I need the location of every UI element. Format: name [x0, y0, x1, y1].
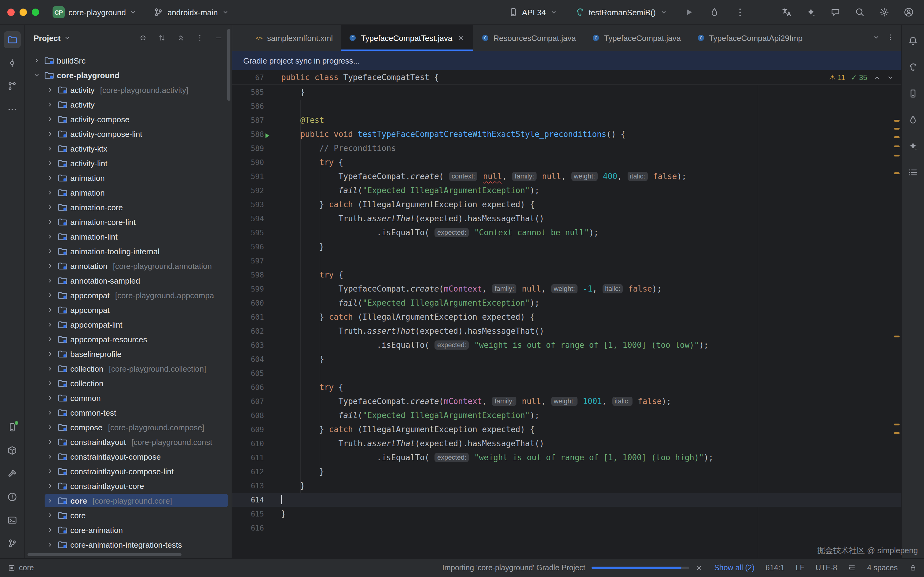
code-viewport[interactable]: 585 }586587 @Test588 public void testTyp…	[232, 85, 901, 558]
editor-tab-TypefaceCompatTest.java[interactable]: CTypefaceCompatTest.java	[341, 25, 473, 51]
editor-tab-ResourcesCompat.java[interactable]: CResourcesCompat.java	[473, 25, 584, 51]
line-number[interactable]: 594	[232, 214, 272, 223]
tool-window-button-notifications[interactable]	[905, 32, 922, 50]
project-panel-title[interactable]: Project	[34, 33, 61, 42]
line-number[interactable]: 597	[232, 256, 272, 265]
tool-window-button-structure[interactable]	[905, 164, 922, 181]
line-number[interactable]: 616	[232, 524, 272, 532]
tree-item-core[interactable]: core	[25, 508, 232, 522]
tool-window-button-version-control[interactable]	[4, 535, 21, 552]
tree-item-activity-compose-lint[interactable]: activity-compose-lint	[25, 127, 232, 141]
tree-item-animation-lint[interactable]: animation-lint	[25, 229, 232, 244]
cancel-progress-icon[interactable]	[695, 564, 703, 572]
device-selector[interactable]: API 34	[504, 5, 561, 20]
tab-options-button[interactable]	[886, 33, 894, 43]
editor-tab-TypefaceCompat.java[interactable]: CTypefaceCompat.java	[584, 25, 689, 51]
tree-item-collection[interactable]: collection	[25, 376, 232, 390]
line-number[interactable]: 613	[232, 481, 272, 490]
line-number[interactable]: 599	[232, 285, 272, 293]
tool-window-button-problems[interactable]	[4, 488, 21, 506]
line-number[interactable]: 591	[232, 172, 272, 181]
minimize-window-button[interactable]	[19, 8, 27, 16]
warning-stripe-mark[interactable]	[894, 432, 900, 434]
translate-button[interactable]	[779, 4, 794, 20]
tool-window-button-terminal[interactable]	[4, 512, 21, 529]
warning-stripe-mark[interactable]	[894, 172, 900, 174]
line-number[interactable]: 608	[232, 411, 272, 420]
tree-horizontal-scrollbar[interactable]	[27, 553, 182, 556]
warning-stripe-mark[interactable]	[894, 120, 900, 122]
tree-item-baselineprofile[interactable]: baselineprofile	[25, 347, 232, 361]
warning-stripe-mark[interactable]	[894, 155, 900, 156]
tree-item-constraintlayout-core[interactable]: constraintlayout-core	[25, 479, 232, 493]
locate-button[interactable]	[136, 31, 150, 45]
editor-tab-samplexmlfont.xml[interactable]: </>samplexmlfont.xml	[247, 25, 341, 51]
line-number[interactable]: 586	[232, 102, 272, 110]
close-tab-button[interactable]	[457, 34, 465, 42]
line-number[interactable]: 590	[232, 158, 272, 166]
warning-stripe-mark[interactable]	[894, 136, 900, 138]
project-selector[interactable]: CP core-playground	[49, 4, 141, 21]
run-test-gutter-icon[interactable]	[263, 132, 271, 141]
hidden-tabs-button[interactable]	[872, 33, 880, 43]
tool-window-button-more[interactable]	[4, 101, 21, 118]
tree-item-common[interactable]: common	[25, 390, 232, 405]
line-number[interactable]: 606	[232, 383, 272, 392]
status-module-breadcrumb[interactable]: core	[7, 564, 34, 572]
line-separator[interactable]: LF	[796, 564, 805, 572]
caret-position[interactable]: 614:1	[765, 564, 785, 572]
line-number[interactable]: 609	[232, 425, 272, 434]
line-number[interactable]: 589	[232, 144, 272, 153]
tool-window-button-commit[interactable]	[4, 55, 21, 71]
warning-stripe-mark[interactable]	[894, 335, 900, 337]
run-configuration-selector[interactable]: testRomanSemiB()	[571, 5, 671, 20]
line-number[interactable]: 601	[232, 313, 272, 321]
warning-stripe-mark[interactable]	[894, 424, 900, 425]
swap-button[interactable]	[155, 31, 169, 45]
show-all-processes-link[interactable]: Show all (2)	[714, 564, 754, 572]
line-number[interactable]: 595	[232, 228, 272, 237]
tree-item-animation-core-lint[interactable]: animation-core-lint	[25, 214, 232, 229]
more-vertical-button[interactable]	[193, 31, 206, 45]
tree-item-activity[interactable]: activity[core-playground.activity]	[25, 82, 232, 97]
file-encoding[interactable]: UTF-8	[816, 564, 837, 572]
line-number[interactable]: 602	[232, 327, 272, 335]
line-number[interactable]: 607	[232, 397, 272, 406]
line-number[interactable]: 587	[232, 116, 272, 124]
settings-button[interactable]	[876, 4, 892, 20]
tree-item-animation-core[interactable]: animation-core	[25, 200, 232, 214]
tree-item-activity-compose[interactable]: activity-compose	[25, 112, 232, 127]
tree-item-constraintlayout-compose-lint[interactable]: constraintlayout-compose-lint	[25, 464, 232, 479]
profiler-button[interactable]	[707, 4, 722, 20]
tool-window-button-vcs-graph[interactable]	[4, 77, 21, 95]
line-number[interactable]: 610	[232, 439, 272, 448]
profile-avatar[interactable]	[902, 5, 916, 19]
warning-stripe-mark[interactable]	[894, 128, 900, 130]
tool-window-button-project[interactable]	[4, 31, 21, 48]
fullscreen-window-button[interactable]	[32, 8, 39, 16]
tree-item-collection[interactable]: collection[core-playground.collection]	[25, 361, 232, 376]
tool-window-button-resource-manager[interactable]	[4, 442, 21, 459]
tree-item-common-test[interactable]: common-test	[25, 405, 232, 420]
lock-icon[interactable]	[909, 564, 917, 572]
tree-item-activity-ktx[interactable]: activity-ktx	[25, 141, 232, 156]
line-number[interactable]: 588	[232, 130, 272, 139]
tree-item-constraintlayout-compose[interactable]: constraintlayout-compose	[25, 449, 232, 464]
tool-window-button-ai-assistant[interactable]	[905, 137, 922, 155]
ai-assistant-button[interactable]	[803, 4, 819, 20]
inspections-widget[interactable]: ⚠ 11✓ 35	[829, 73, 901, 82]
branch-selector[interactable]: androidx-main	[150, 5, 233, 20]
line-number[interactable]: 585	[232, 88, 272, 96]
tree-item-core[interactable]: core[core-playground.core]	[25, 493, 232, 508]
tool-window-button-profiler[interactable]	[905, 111, 922, 128]
tree-item-animation[interactable]: animation	[25, 171, 232, 185]
tree-item-compose[interactable]: compose[core-playground.compose]	[25, 420, 232, 435]
line-number[interactable]: 596	[232, 242, 272, 251]
line-number[interactable]: 611	[232, 453, 272, 462]
hide-button[interactable]	[212, 31, 225, 45]
tool-window-button-gradle[interactable]	[905, 59, 922, 76]
tree-item-appcompat[interactable]: appcompat	[25, 303, 232, 317]
tree-item-activity[interactable]: activity	[25, 97, 232, 112]
tree-item-appcompat-resources[interactable]: appcompat-resources	[25, 332, 232, 347]
close-window-button[interactable]	[7, 8, 14, 16]
